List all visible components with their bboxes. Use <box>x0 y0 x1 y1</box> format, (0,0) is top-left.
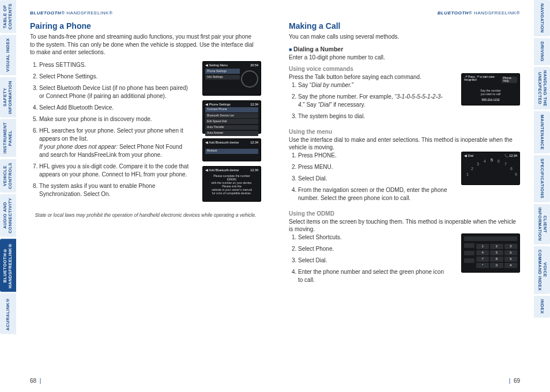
page-left: BLUETOOTH® HANDSFREELINK® Pairing a Phon… <box>16 0 275 392</box>
tab-safety-info[interactable]: SAFETY INFORMATION <box>0 77 16 118</box>
odmd-step-1: Select Shortcuts. <box>298 233 448 242</box>
odmd-step-2: Select Phone. <box>298 245 448 253</box>
running-head-left: BLUETOOTH® HANDSFREELINK® <box>30 10 261 16</box>
dialing-number-text: Enter a 10-digit phone number to call. <box>289 54 520 62</box>
right-tab-strip: NAVIGATION DRIVING HANDLING THE UNEXPECT… <box>534 0 550 392</box>
odmd-step-3: Select Dial. <box>298 257 448 265</box>
step-6: HFL searches for your phone. Select your… <box>39 127 189 159</box>
voice-step-3: The system begins to dial. <box>298 112 448 120</box>
tab-visual-index[interactable]: VISUAL INDEX <box>0 35 16 75</box>
menu-steps: Press PHONE. Press MENU. Select Dial. Fr… <box>289 152 455 202</box>
odmd-step-4: Enter the phone number and select the gr… <box>298 268 448 284</box>
page-right: BLUETOOTH® HANDSFREELINK® Making a Call … <box>275 0 534 392</box>
step-8: The system asks if you want to enable Ph… <box>39 182 189 198</box>
step-7: HFL gives you a six-digit code. Compare … <box>39 163 189 179</box>
tab-acuralink[interactable]: ACURALINK® <box>0 293 16 334</box>
making-call-intro: You can make calls using several methods… <box>289 33 520 41</box>
odmd-lead: Select items on the screen by touching t… <box>289 218 520 233</box>
pairing-intro: To use hands-free phone and streaming au… <box>30 33 255 56</box>
subhead-dialing-number: Dialing a Number <box>289 46 520 52</box>
tab-handling-unexpected[interactable]: HANDLING THE UNEXPECTED <box>534 67 550 110</box>
menu-step-4: From the navigation screen or the ODMD, … <box>298 186 448 202</box>
tab-client-info[interactable]: CLIENT INFORMATION <box>534 204 550 244</box>
pairing-steps: Press SETTINGS. Select Phone Settings. S… <box>30 61 197 198</box>
menu-step-2: Press MENU. <box>298 163 448 171</box>
screenshot-settings-menu: ◀ Setting Menu20:54 Phone Settings Info … <box>202 61 261 96</box>
step-5: Make sure your phone is in discovery mod… <box>39 115 189 123</box>
left-tab-strip: TABLE OF CONTENTS VISUAL INDEX SAFETY IN… <box>0 0 16 392</box>
step-3: Select Bluetooth Device List (if no phon… <box>39 84 189 100</box>
voice-step-1: Say “Dial by number.” <box>298 81 448 89</box>
method-menu: Using the menu <box>289 129 520 135</box>
menu-step-1: Press PHONE. <box>298 152 448 160</box>
tab-voice-command-index[interactable]: VOICE COMMAND INDEX <box>534 246 550 295</box>
step-2: Select Phone Settings. <box>39 73 189 81</box>
method-voice-commands: Using voice commands <box>289 66 520 72</box>
menu-lead: Use the interface dial to make and enter… <box>289 136 520 152</box>
tab-specifications[interactable]: SPECIFICATIONS <box>534 155 550 202</box>
section-title-making-call: Making a Call <box>289 21 520 31</box>
page-number-left: 68 | <box>30 378 41 384</box>
voice-step-2: Say the phone number. For example, “3-1-… <box>298 93 448 109</box>
screenshot-phone-settings: ◀ Phone Settings12:34 Connect Phone Blue… <box>202 100 261 134</box>
tab-instrument-panel[interactable]: INSTRUMENT PANEL <box>0 119 16 157</box>
tab-bluetooth-hfl[interactable]: BLUETOOTH® HANDSFREELINK® <box>0 239 16 292</box>
screenshot-add-bt-refresh: ◀ Add Bluetooth device12:34 Refresh <box>202 138 261 161</box>
screenshot-dial-arc: ◀ Dial📞 12:34 1 2 3 4 5 6 7 8 9 <box>461 152 520 185</box>
voice-steps: Say “Dial by number.” Say the phone numb… <box>289 81 455 120</box>
tab-vehicle-controls[interactable]: VEHICLE CONTROLS <box>0 159 16 193</box>
screenshot-voice-dial: 🎤 Press 🎤 to start voice recognitionPhon… <box>461 73 520 105</box>
legal-disclaimer: State or local laws may prohibit the ope… <box>30 212 261 218</box>
voice-lead: Press the Talk button before saying each… <box>289 73 455 81</box>
method-odmd: Using the ODMD <box>289 210 520 217</box>
screenshot-odmd-keypad: 123 456 789 *0# <box>461 233 520 273</box>
step-4: Select Add Bluetooth Device. <box>39 104 189 112</box>
tab-audio-connectivity[interactable]: AUDIO AND CONNECTIVITY <box>0 194 16 237</box>
menu-step-3: Select Dial. <box>298 175 448 183</box>
odmd-steps: Select Shortcuts. Select Phone. Select D… <box>289 233 455 284</box>
tab-maintenance[interactable]: MAINTENANCE <box>534 111 550 153</box>
step-1: Press SETTINGS. <box>39 61 189 69</box>
tab-toc[interactable]: TABLE OF CONTENTS <box>0 0 16 33</box>
running-head-right: BLUETOOTH® HANDSFREELINK® <box>289 10 520 16</box>
section-title-pairing: Pairing a Phone <box>30 21 261 31</box>
screenshot-add-bt-code: ◀ Add Bluetooth device12:34 Please compl… <box>202 166 261 202</box>
tab-driving[interactable]: DRIVING <box>534 38 550 65</box>
tab-index[interactable]: INDEX <box>534 296 550 317</box>
page-number-right: | 69 <box>509 378 520 384</box>
tab-navigation[interactable]: NAVIGATION <box>534 0 550 36</box>
